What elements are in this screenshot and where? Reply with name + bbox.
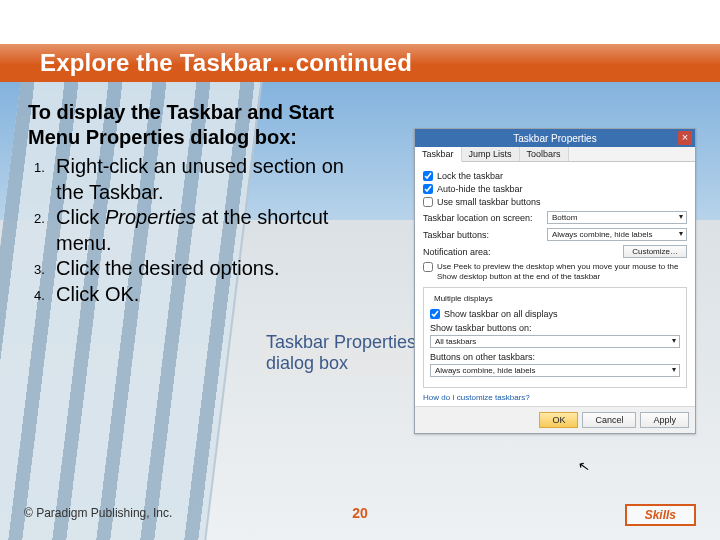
close-icon[interactable]: × xyxy=(678,131,692,145)
tab-jumplists[interactable]: Jump Lists xyxy=(462,147,520,161)
other-buttons-label: Buttons on other taskbars: xyxy=(430,352,680,362)
dialog-body: Lock the taskbar Auto-hide the taskbar U… xyxy=(415,162,695,406)
slide-footer: © Paradigm Publishing, Inc. 20 Skills xyxy=(0,500,720,526)
step-text: Right-click an unused section on the Tas… xyxy=(56,154,344,205)
callout-label: Taskbar Properties dialog box xyxy=(262,330,430,375)
dialog-footer: OK Cancel Apply xyxy=(415,406,695,433)
autohide-checkbox[interactable] xyxy=(423,184,433,194)
dialog-titlebar[interactable]: Taskbar Properties × xyxy=(415,129,695,147)
step-number: 3. xyxy=(34,256,56,282)
show-buttons-select[interactable]: All taskbars xyxy=(430,335,680,348)
cancel-button[interactable]: Cancel xyxy=(582,412,636,428)
location-select[interactable]: Bottom xyxy=(547,211,687,224)
notification-label: Notification area: xyxy=(423,247,623,257)
step-number: 4. xyxy=(34,282,56,308)
top-white-bar xyxy=(0,0,720,44)
lock-taskbar-checkbox[interactable] xyxy=(423,171,433,181)
skills-button[interactable]: Skills xyxy=(625,504,696,526)
list-item: 1.Right-click an unused section on the T… xyxy=(34,154,344,205)
taskbar-properties-dialog: Taskbar Properties × Taskbar Jump Lists … xyxy=(414,128,696,434)
peek-label: Use Peek to preview the desktop when you… xyxy=(437,262,687,281)
step-number: 2. xyxy=(34,205,56,256)
multiple-displays-group: Multiple displays Show taskbar on all di… xyxy=(423,287,687,388)
dialog-tabs: Taskbar Jump Lists Toolbars xyxy=(415,147,695,162)
step-text: Click the desired options. xyxy=(56,256,344,282)
apply-button[interactable]: Apply xyxy=(640,412,689,428)
buttons-select[interactable]: Always combine, hide labels xyxy=(547,228,687,241)
show-all-displays-label: Show taskbar on all displays xyxy=(444,309,558,319)
customize-button[interactable]: Customize… xyxy=(623,245,687,258)
ok-button[interactable]: OK xyxy=(539,412,578,428)
list-item: 3.Click the desired options. xyxy=(34,256,344,282)
show-buttons-label: Show taskbar buttons on: xyxy=(430,323,680,333)
show-all-displays-checkbox[interactable] xyxy=(430,309,440,319)
other-buttons-select[interactable]: Always combine, hide labels xyxy=(430,364,680,377)
buttons-label: Taskbar buttons: xyxy=(423,230,547,240)
steps-list: 1.Right-click an unused section on the T… xyxy=(34,154,344,308)
lead-text: To display the Taskbar and Start Menu Pr… xyxy=(28,100,343,150)
slide-title-bar: Explore the Taskbar…continued xyxy=(0,44,720,82)
step-text: Click OK. xyxy=(56,282,344,308)
autohide-label: Auto-hide the taskbar xyxy=(437,184,523,194)
page-number: 20 xyxy=(0,505,720,521)
list-item: 4.Click OK. xyxy=(34,282,344,308)
tab-toolbars[interactable]: Toolbars xyxy=(520,147,569,161)
peek-checkbox[interactable] xyxy=(423,262,433,272)
smallbuttons-label: Use small taskbar buttons xyxy=(437,197,541,207)
dialog-title: Taskbar Properties xyxy=(513,133,596,144)
list-item: 2.Click Properties at the shortcut menu. xyxy=(34,205,344,256)
group-legend: Multiple displays xyxy=(432,294,495,303)
location-label: Taskbar location on screen: xyxy=(423,213,547,223)
tab-taskbar[interactable]: Taskbar xyxy=(415,147,462,162)
slide-title: Explore the Taskbar…continued xyxy=(40,49,412,76)
help-link[interactable]: How do I customize taskbars? xyxy=(423,393,687,402)
cursor-icon: ↖ xyxy=(577,457,592,475)
smallbuttons-checkbox[interactable] xyxy=(423,197,433,207)
step-number: 1. xyxy=(34,154,56,205)
lock-taskbar-label: Lock the taskbar xyxy=(437,171,503,181)
step-text: Click Properties at the shortcut menu. xyxy=(56,205,344,256)
